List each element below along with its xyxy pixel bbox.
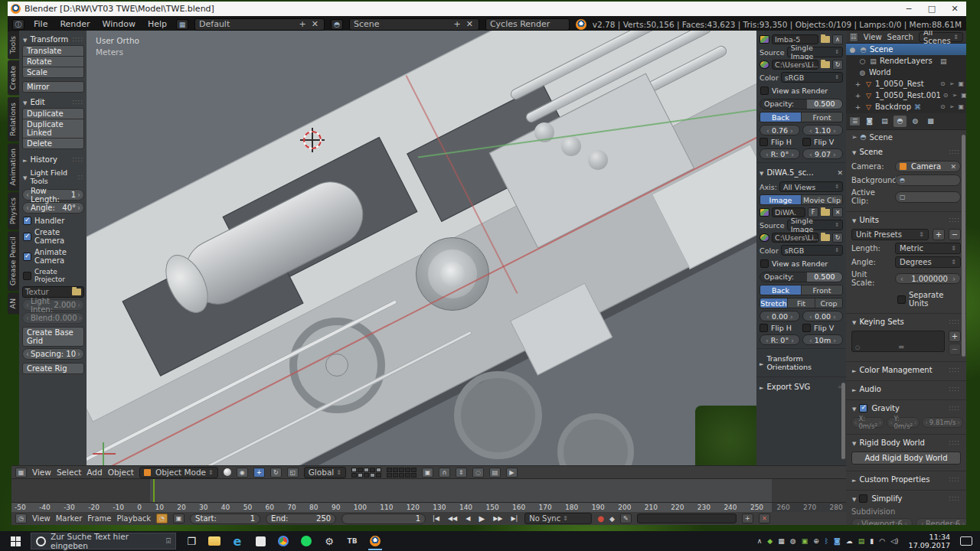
editor-type-timeline-icon[interactable]: ◷ (15, 514, 27, 523)
blender-taskbar-icon[interactable] (366, 532, 384, 550)
screen-layout-icon[interactable]: ▦ (176, 19, 188, 30)
back-toggle[interactable]: Back (760, 112, 802, 122)
length-dropdown[interactable]: Metric (895, 243, 961, 254)
current-frame-cursor[interactable] (153, 479, 155, 502)
opengl-render-anim-icon[interactable]: ▶ (506, 468, 518, 478)
menu-help[interactable]: Help (145, 19, 170, 29)
panel-custom-properties-header[interactable]: Custom Properties:::: (851, 473, 961, 486)
cursor-3d[interactable] (303, 131, 322, 149)
play-reverse-button[interactable]: ◀ (464, 515, 472, 522)
panel-edit[interactable]: Edit:::: (22, 96, 84, 109)
microphone-icon[interactable]: ⌻ (166, 536, 171, 546)
layers-grid-1[interactable] (351, 468, 381, 478)
jump-to-end-button[interactable]: ▶| (509, 515, 519, 522)
tab-create[interactable]: Create (8, 60, 19, 96)
mode-dropdown[interactable]: Object Mode (139, 467, 218, 478)
pivot-center-icon[interactable]: ◉ (237, 468, 248, 478)
spacing-slider[interactable]: Spacing:10 (22, 348, 84, 360)
start-button[interactable] (0, 531, 31, 551)
stretch-toggle[interactable]: Stretch (760, 298, 788, 308)
browse-file-icon[interactable] (821, 234, 830, 241)
tab-tools[interactable]: Tools (8, 31, 19, 59)
timeline-menu-frame[interactable]: Frame (87, 514, 111, 523)
viewport-shading-icon[interactable] (224, 468, 231, 476)
panel-transform-orientations[interactable]: Transform Orientations (760, 352, 843, 373)
prev-keyframe-button[interactable]: ◀◀ (446, 515, 459, 522)
browse-texture-icon[interactable] (72, 289, 81, 295)
selectable-cursor-icon[interactable]: ➢ (949, 80, 955, 87)
outliner-row-renderlayers[interactable]: ○ ▤ RenderLayers ▤ (846, 55, 966, 67)
insert-keyframe-pen-icon[interactable]: ✎ (620, 514, 632, 523)
disclosure-icon[interactable]: ○ (858, 57, 867, 65)
outliner-row-world[interactable]: ◍ World (846, 67, 966, 78)
panel-keying-sets-header[interactable]: Keying Sets:::: (851, 315, 961, 328)
timeline-band[interactable] (11, 479, 846, 503)
panel-units-header[interactable]: Units:::: (851, 214, 961, 227)
insert-key-button[interactable]: + (742, 514, 753, 523)
flip-v-checkbox[interactable]: Flip V (802, 138, 843, 146)
tab-render-layers[interactable]: ▤ (878, 116, 891, 127)
offset-y-field[interactable]: 1.10 (802, 125, 843, 135)
hidden-icons-chevron[interactable]: ∧ (757, 537, 763, 545)
remove-bg-image-icon[interactable] (837, 168, 843, 177)
store-icon[interactable] (251, 532, 270, 550)
tab-render[interactable]: ◙ (863, 116, 876, 127)
settings-gear-icon[interactable]: ⚙ (320, 532, 338, 550)
outliner-row-object-1[interactable]: + ▽ 1_0050_Rest ⊙ ➢ ▣ (846, 78, 966, 90)
size-field[interactable]: 9.07 (802, 148, 843, 159)
npanel-scrollbar[interactable] (841, 383, 845, 459)
action-center-icon[interactable] (960, 536, 972, 546)
disclosure-icon[interactable]: + (854, 80, 862, 88)
simplify-render-slider[interactable]: Render:6 (916, 518, 966, 525)
translate-button[interactable]: Translate (22, 45, 84, 57)
view-as-render-checkbox-2[interactable]: View as Render (760, 258, 843, 269)
movie-clip-toggle[interactable]: Movie Clip (802, 195, 842, 204)
remove-preset-button[interactable]: − (949, 229, 961, 240)
angle-slider[interactable]: Angle:40° (22, 202, 84, 214)
usb-icon[interactable]: ⊕ (813, 537, 819, 545)
light-intensity-slider[interactable]: Light Inten:2.000 (22, 299, 84, 311)
crop-toggle[interactable]: Crop (815, 298, 842, 308)
tray-app-icon-2[interactable]: ◍ (790, 537, 796, 545)
cloud-icon[interactable]: ☁ (846, 537, 853, 545)
scale-button[interactable]: Scale (22, 67, 84, 78)
scene-datablock-icon[interactable]: ◓ (331, 19, 343, 30)
panel-simplify-header[interactable]: Simplify:::: (851, 492, 961, 505)
tab-scene[interactable]: ◓ (893, 116, 906, 127)
clock[interactable]: 11:34 17.09.2017 (904, 533, 955, 549)
colorspace-dropdown[interactable]: sRGB (781, 72, 843, 83)
front-toggle[interactable]: Front (802, 285, 842, 295)
view-as-render-checkbox[interactable]: View as Render (760, 85, 843, 96)
image-filepath-2[interactable]: C:\Users\Li... (772, 233, 818, 243)
menu-select[interactable]: Select (57, 468, 81, 477)
unit-scale-slider[interactable]: 1.000000 (895, 273, 961, 284)
gravity-checkbox[interactable] (859, 404, 867, 412)
scene-field[interactable]: Scene + ✕ (349, 18, 479, 31)
start-frame-field[interactable]: Start:1 (190, 514, 260, 524)
colorspace-dropdown-2[interactable]: sRGB (781, 245, 843, 256)
viewport-3d[interactable]: User Ortho Meters (87, 31, 756, 465)
simplify-viewport-slider[interactable]: Viewport:6 (851, 518, 913, 525)
background-scene-field[interactable]: ◓ (895, 174, 961, 186)
opacity-slider[interactable]: Opacity:0.500 (760, 99, 843, 109)
source-dropdown[interactable]: Single Image (787, 47, 843, 57)
bluetooth-icon[interactable]: ᛒ (825, 537, 828, 545)
menu-window[interactable]: Window (100, 19, 139, 29)
outliner-menu-search[interactable]: Search (887, 33, 913, 41)
delete-key-button[interactable]: ✕ (759, 514, 770, 523)
selectable-cursor-icon[interactable]: ➢ (949, 103, 955, 110)
tab-world[interactable]: ◍ (909, 116, 922, 127)
tab-animation[interactable]: Animation (8, 143, 19, 191)
open-image-icon[interactable] (821, 209, 830, 216)
fit-toggle[interactable]: Fit (788, 298, 815, 308)
add-preset-button[interactable]: + (933, 229, 945, 240)
layers-grid-2[interactable] (387, 468, 416, 478)
battery-icon[interactable]: ▮ (870, 537, 874, 545)
close-button[interactable]: ✕ (943, 4, 966, 14)
tab-an[interactable]: AN (8, 293, 19, 315)
gravity-x-field[interactable]: X: 0m/s² (851, 417, 884, 428)
add-layout-icon[interactable]: + (298, 19, 308, 29)
selectable-cursor-icon[interactable]: ➢ (952, 92, 958, 99)
flip-h-checkbox[interactable]: Flip H (760, 138, 800, 146)
duplicate-button[interactable]: Duplicate (22, 108, 84, 119)
